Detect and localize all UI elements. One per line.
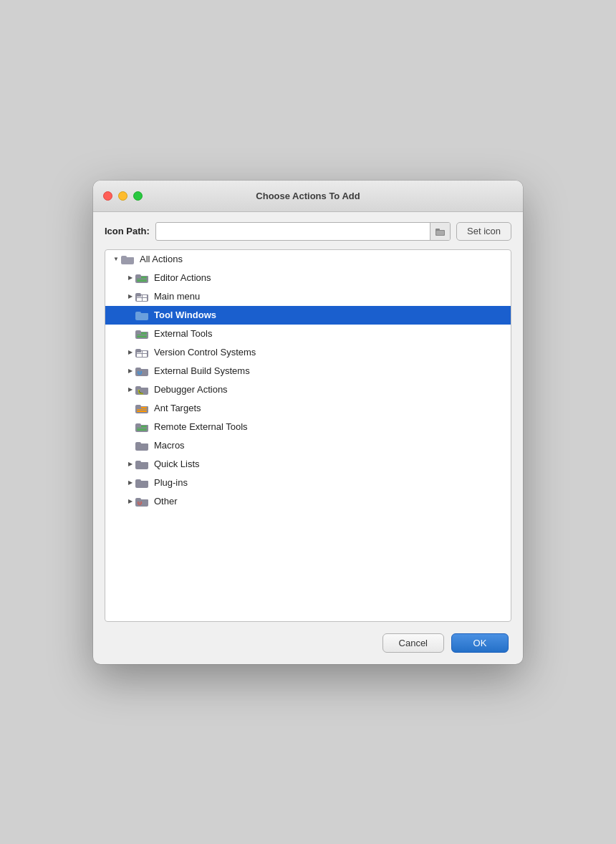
chevron-icon (125, 330, 135, 337)
folder-icon: 🐛 (135, 385, 148, 395)
folder-icon (135, 347, 148, 358)
folder-icon (135, 329, 148, 339)
traffic-lights (103, 191, 143, 201)
tree-item-label: Editor Actions (154, 272, 211, 283)
browse-folder-button[interactable] (430, 223, 450, 240)
tree-item-label: Version Control Systems (154, 347, 256, 358)
window-title: Choose Actions To Add (256, 191, 360, 201)
close-button[interactable] (103, 191, 112, 201)
dialog-window: Choose Actions To Add Icon Path: Set ico… (93, 181, 523, 664)
icon-path-label: Icon Path: (105, 226, 150, 236)
chevron-icon: ▶ (125, 274, 135, 281)
svg-rect-2 (436, 231, 444, 235)
button-row: Cancel OK (105, 633, 511, 653)
folder-icon (135, 422, 148, 432)
chevron-icon: ▶ (125, 498, 135, 504)
ok-button[interactable]: OK (451, 633, 509, 653)
action-tree[interactable]: ▼All Actions▶Editor Actions▶Main menu To… (105, 249, 511, 622)
chevron-icon: ▶ (125, 386, 135, 393)
minimize-button[interactable] (118, 191, 127, 201)
tree-item-label: Plug-ins (154, 477, 188, 488)
tree-item-label: External Build Systems (154, 365, 250, 376)
tree-item-remote-external-tools[interactable]: Remote External Tools (105, 418, 511, 436)
tree-item-label: Other (154, 496, 178, 507)
tree-item-external-build-systems[interactable]: ▶⚙External Build Systems (105, 362, 511, 380)
chevron-icon (125, 405, 135, 412)
set-icon-button[interactable]: Set icon (456, 222, 511, 241)
maximize-button[interactable] (133, 191, 143, 201)
folder-icon: ⚙ (135, 366, 148, 376)
tree-item-tool-windows[interactable]: Tool Windows (105, 306, 511, 325)
tree-item-macros[interactable]: Macros (105, 436, 511, 455)
tree-item-ant-targets[interactable]: Ant Targets (105, 399, 511, 418)
tree-item-other[interactable]: ▶⚙Other (105, 492, 511, 511)
chevron-icon: ▼ (111, 256, 121, 262)
folder-icon (135, 478, 148, 488)
tree-item-debugger-actions[interactable]: ▶🐛Debugger Actions (105, 380, 511, 399)
folder-icon (135, 273, 148, 283)
folder-icon (121, 254, 134, 264)
chevron-icon (125, 423, 135, 431)
folder-icon (135, 441, 148, 451)
dialog-content: Icon Path: Set icon ▼All Actions▶Editor … (93, 212, 523, 664)
tree-item-main-menu[interactable]: ▶Main menu (105, 287, 511, 306)
title-bar: Choose Actions To Add (93, 181, 523, 212)
folder-icon (135, 292, 148, 302)
tree-item-external-tools[interactable]: External Tools (105, 325, 511, 343)
chevron-icon (125, 312, 135, 319)
tree-item-label: Macros (154, 440, 185, 451)
tree-item-label: Tool Windows (154, 310, 216, 320)
folder-icon (135, 310, 148, 320)
cancel-button[interactable]: Cancel (382, 633, 444, 653)
tree-item-label: Quick Lists (154, 459, 200, 469)
icon-path-input[interactable] (156, 223, 430, 240)
chevron-icon: ▶ (125, 293, 135, 299)
tree-item-label: All Actions (140, 254, 183, 264)
tree-item-label: Main menu (154, 291, 200, 302)
chevron-icon: ▶ (125, 479, 135, 486)
folder-icon (135, 459, 148, 469)
chevron-icon: ▶ (125, 368, 135, 374)
chevron-icon: ▶ (125, 349, 135, 355)
tree-item-label: External Tools (154, 328, 212, 339)
icon-path-input-wrapper (155, 222, 451, 241)
chevron-icon: ▶ (125, 461, 135, 467)
folder-icon: ⚙ (135, 497, 148, 507)
icon-path-row: Icon Path: Set icon (105, 222, 511, 241)
tree-item-label: Remote External Tools (154, 421, 248, 432)
folder-icon (135, 403, 148, 413)
tree-item-version-control-systems[interactable]: ▶Version Control Systems (105, 343, 511, 362)
tree-item-all-actions[interactable]: ▼All Actions (105, 250, 511, 269)
tree-item-label: Ant Targets (154, 403, 201, 413)
chevron-icon (125, 442, 135, 449)
tree-item-plug-ins[interactable]: ▶Plug-ins (105, 474, 511, 492)
tree-item-quick-lists[interactable]: ▶Quick Lists (105, 455, 511, 474)
tree-item-label: Debugger Actions (154, 384, 228, 395)
tree-item-editor-actions[interactable]: ▶Editor Actions (105, 269, 511, 287)
